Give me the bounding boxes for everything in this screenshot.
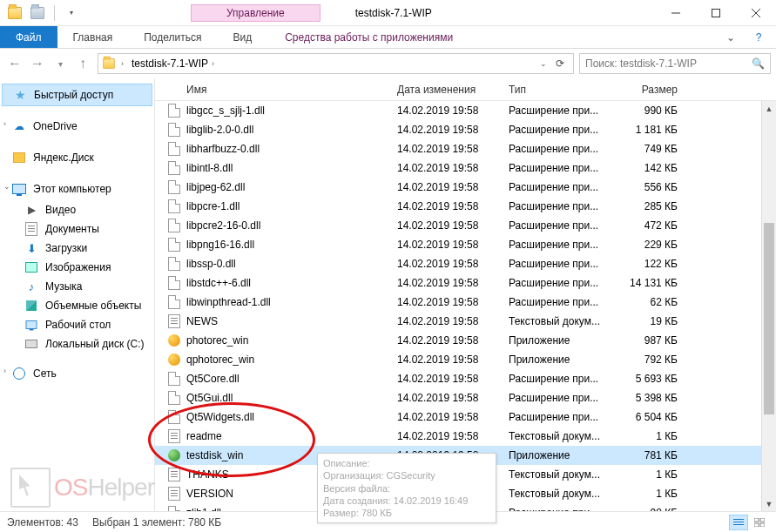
sidebar-item[interactable]: ♪Музыка bbox=[0, 277, 154, 296]
file-icon bbox=[167, 353, 181, 367]
scroll-down-icon[interactable]: ▼ bbox=[762, 496, 776, 511]
close-button[interactable] bbox=[736, 0, 776, 26]
file-row[interactable]: libjpeg-62.dll14.02.2019 19:58Расширение… bbox=[155, 178, 776, 197]
file-icon bbox=[167, 429, 181, 443]
file-row[interactable]: libssp-0.dll14.02.2019 19:58Расширение п… bbox=[155, 254, 776, 273]
ribbon-tab-view[interactable]: Вид bbox=[217, 26, 267, 48]
sidebar-this-pc[interactable]: Этот компьютер bbox=[0, 178, 154, 200]
breadcrumb-segment[interactable]: testdisk-7.1-WIP› bbox=[129, 57, 217, 70]
chevron-right-icon[interactable]: › bbox=[3, 367, 6, 375]
scroll-up-icon[interactable]: ▲ bbox=[762, 101, 776, 116]
breadcrumb-root-caret[interactable]: › bbox=[121, 59, 124, 68]
app-folder-icon bbox=[5, 3, 24, 23]
svg-rect-10 bbox=[760, 523, 765, 527]
scrollbar[interactable]: ▲ ▼ bbox=[761, 101, 776, 511]
search-input[interactable]: Поиск: testdisk-7.1-WIP 🔍 bbox=[579, 53, 771, 74]
file-date: 14.02.2019 19:58 bbox=[392, 143, 503, 155]
address-dropdown-icon[interactable]: ⌄ bbox=[540, 59, 547, 68]
address-bar[interactable]: › testdisk-7.1-WIP› ⌄ ⟳ bbox=[98, 53, 574, 74]
column-header-row: Имя Дата изменения Тип Размер bbox=[155, 78, 776, 101]
file-row[interactable]: libharfbuzz-0.dll14.02.2019 19:58Расшире… bbox=[155, 139, 776, 158]
svg-rect-4 bbox=[733, 519, 744, 520]
sidebar-item[interactable]: ⬇Загрузки bbox=[0, 239, 154, 258]
sidebar-network[interactable]: Сеть bbox=[0, 362, 154, 385]
file-row[interactable]: Qt5Core.dll14.02.2019 19:58Расширение пр… bbox=[155, 369, 776, 388]
maximize-button[interactable] bbox=[696, 0, 736, 26]
sidebar-item-label: Изображения bbox=[45, 261, 111, 273]
file-icon bbox=[167, 448, 181, 462]
file-row[interactable]: Qt5Widgets.dll14.02.2019 19:58Расширение… bbox=[155, 407, 776, 427]
sidebar-item[interactable]: ▶Видео bbox=[0, 200, 154, 219]
ribbon-contextual-tab[interactable]: Средства работы с приложениями bbox=[267, 26, 470, 48]
scroll-thumb[interactable] bbox=[764, 223, 774, 414]
file-row[interactable]: Qt5Gui.dll14.02.2019 19:58Расширение при… bbox=[155, 388, 776, 407]
view-details-button[interactable] bbox=[729, 515, 748, 530]
file-name: libintl-8.dll bbox=[186, 162, 233, 174]
file-row[interactable]: libpcre-1.dll14.02.2019 19:58Расширение … bbox=[155, 197, 776, 216]
ribbon-file-tab[interactable]: Файл bbox=[0, 26, 57, 48]
sidebar-yandex-disk[interactable]: Яндекс.Диск bbox=[0, 146, 154, 169]
file-row[interactable]: libstdc++-6.dll14.02.2019 19:58Расширени… bbox=[155, 273, 776, 293]
navigation-pane: ★ Быстрый доступ › ☁ OneDrive Яндекс.Дис… bbox=[0, 78, 155, 511]
sidebar-item-label: Документы bbox=[45, 223, 99, 235]
file-size: 987 КБ bbox=[615, 334, 698, 347]
file-row[interactable]: libglib-2.0-0.dll14.02.2019 19:58Расшире… bbox=[155, 120, 776, 139]
chevron-right-icon[interactable]: › bbox=[3, 119, 6, 128]
file-row[interactable]: readme14.02.2019 19:58Текстовый докум...… bbox=[155, 427, 776, 446]
sidebar-quick-access[interactable]: ★ Быстрый доступ bbox=[2, 84, 152, 106]
help-icon[interactable]: ? bbox=[748, 31, 769, 44]
file-row[interactable]: photorec_win14.02.2019 19:58Приложение98… bbox=[155, 331, 776, 350]
sidebar-label: Этот компьютер bbox=[33, 183, 111, 195]
file-icon bbox=[167, 333, 181, 347]
sidebar-item-label: Объемные объекты bbox=[45, 300, 141, 312]
properties-icon[interactable] bbox=[28, 3, 47, 23]
ribbon-expand-icon[interactable]: ⌄ bbox=[720, 31, 741, 44]
list-body[interactable]: libgcc_s_sjlj-1.dll14.02.2019 19:58Расши… bbox=[155, 101, 776, 511]
file-name: libpcre2-16-0.dll bbox=[186, 219, 260, 232]
file-row[interactable]: libgcc_s_sjlj-1.dll14.02.2019 19:58Расши… bbox=[155, 101, 776, 120]
file-type: Текстовый докум... bbox=[503, 315, 615, 327]
address-folder-icon bbox=[102, 57, 116, 71]
view-icons-button[interactable] bbox=[750, 515, 769, 530]
picture-icon bbox=[24, 260, 38, 274]
ribbon-tab-share[interactable]: Поделиться bbox=[128, 26, 217, 48]
sidebar-item[interactable]: Документы bbox=[0, 219, 154, 239]
sidebar-item-label: Видео bbox=[45, 204, 76, 216]
file-row[interactable]: libpcre2-16-0.dll14.02.2019 19:58Расшире… bbox=[155, 216, 776, 235]
chevron-down-icon[interactable]: ⌄ bbox=[3, 182, 10, 191]
file-size: 781 КБ bbox=[615, 449, 698, 461]
sidebar-item[interactable]: Объемные объекты bbox=[0, 296, 154, 315]
nav-history-icon[interactable]: ▾ bbox=[51, 54, 70, 73]
file-row[interactable]: NEWS14.02.2019 19:58Текстовый докум...19… bbox=[155, 312, 776, 331]
file-size: 19 КБ bbox=[615, 315, 698, 327]
file-name: Qt5Gui.dll bbox=[186, 392, 233, 404]
sidebar-item[interactable]: Изображения bbox=[0, 258, 154, 277]
monitor-icon bbox=[12, 182, 26, 196]
column-header-type[interactable]: Тип bbox=[503, 84, 615, 96]
column-header-date[interactable]: Дата изменения bbox=[392, 84, 503, 96]
sidebar-onedrive[interactable]: ☁ OneDrive bbox=[0, 115, 154, 138]
file-name: Qt5Core.dll bbox=[186, 373, 240, 385]
file-icon bbox=[167, 391, 181, 405]
minimize-button[interactable] bbox=[656, 0, 696, 26]
file-date: 14.02.2019 19:58 bbox=[392, 315, 503, 327]
file-type: Приложение bbox=[503, 354, 615, 366]
file-size: 229 КБ bbox=[615, 239, 698, 251]
file-icon bbox=[167, 199, 181, 213]
refresh-icon[interactable]: ⟳ bbox=[550, 57, 570, 70]
nav-back-icon[interactable]: ← bbox=[5, 54, 24, 73]
file-list: Имя Дата изменения Тип Размер libgcc_s_s… bbox=[155, 78, 776, 511]
file-row[interactable]: libpng16-16.dll14.02.2019 19:58Расширени… bbox=[155, 235, 776, 254]
qat-dropdown-icon[interactable]: ▾ bbox=[62, 3, 81, 23]
file-row[interactable]: libwinpthread-1.dll14.02.2019 19:58Расши… bbox=[155, 293, 776, 312]
ribbon-tab-home[interactable]: Главная bbox=[57, 26, 129, 48]
sidebar-item[interactable]: Локальный диск (C:) bbox=[0, 334, 154, 354]
search-icon: 🔍 bbox=[752, 57, 765, 70]
nav-up-icon[interactable]: ↑ bbox=[73, 54, 92, 73]
column-header-name[interactable]: Имя bbox=[162, 84, 392, 96]
sidebar-item[interactable]: Рабочий стол bbox=[0, 315, 154, 334]
file-row[interactable]: libintl-8.dll14.02.2019 19:58Расширение … bbox=[155, 158, 776, 178]
file-date: 14.02.2019 19:58 bbox=[392, 219, 503, 232]
column-header-size[interactable]: Размер bbox=[615, 84, 698, 96]
file-row[interactable]: qphotorec_win14.02.2019 19:58Приложение7… bbox=[155, 350, 776, 369]
